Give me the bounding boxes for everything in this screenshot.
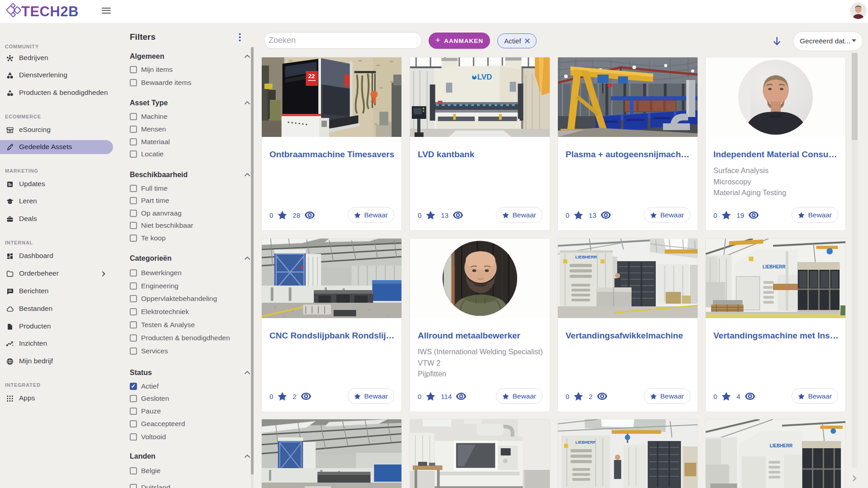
svg-text:LIEBHERR: LIEBHERR xyxy=(770,443,793,448)
svg-text:22: 22 xyxy=(308,73,315,80)
svg-text:LVD: LVD xyxy=(477,73,492,81)
svg-text:LIEBHERR: LIEBHERR xyxy=(576,440,596,445)
svg-text:LIEBHERR: LIEBHERR xyxy=(763,264,786,269)
svg-text:LIEBHERR: LIEBHERR xyxy=(576,254,597,259)
